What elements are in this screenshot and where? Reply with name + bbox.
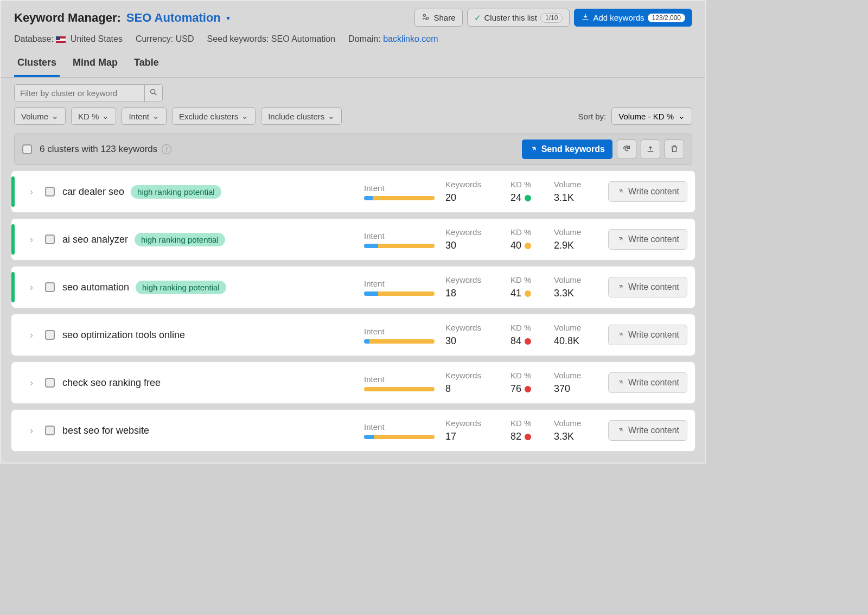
intent-filter[interactable]: Intent⌄ <box>122 107 167 125</box>
write-content-button[interactable]: Write content <box>608 325 687 345</box>
kd-dot-icon <box>525 290 531 297</box>
cluster-row: ›check seo ranking freeIntentKeywords8KD… <box>11 362 695 404</box>
tabs: Clusters Mind Map Table <box>1 52 705 78</box>
high-ranking-badge: high ranking potential <box>131 185 221 199</box>
cluster-label: Cluster this list <box>484 13 538 22</box>
export-button[interactable] <box>641 140 660 159</box>
volume-label: Volume <box>554 371 603 380</box>
expand-icon[interactable]: › <box>23 425 40 436</box>
kd-label: KD % <box>510 227 554 237</box>
intent-bar <box>364 387 435 391</box>
cluster-row: ›ai seo analyzerhigh ranking potentialIn… <box>11 218 695 261</box>
keywords-label: Keywords <box>445 275 510 284</box>
row-checkbox[interactable] <box>45 187 55 196</box>
row-checkbox[interactable] <box>45 330 55 340</box>
database-meta: Database: United States <box>14 34 123 44</box>
add-label: Add keywords <box>593 13 644 22</box>
us-flag-icon <box>56 36 66 43</box>
refresh-button[interactable] <box>617 140 636 159</box>
exclude-clusters-filter[interactable]: Exclude clusters⌄ <box>172 107 256 125</box>
cluster-row: ›seo optimization tools onlineIntentKeyw… <box>11 314 695 356</box>
domain-link[interactable]: backlinko.com <box>383 34 438 43</box>
kd-value: 82 <box>510 431 554 442</box>
select-all-checkbox[interactable] <box>22 144 32 154</box>
write-content-button[interactable]: Write content <box>608 181 687 202</box>
kd-filter[interactable]: KD %⌄ <box>71 107 116 125</box>
keywords-value: 17 <box>445 431 510 442</box>
kd-value: 41 <box>510 288 554 299</box>
row-checkbox[interactable] <box>45 378 55 388</box>
volume-value: 3.1K <box>554 192 603 204</box>
expand-icon[interactable]: › <box>23 234 40 245</box>
kd-dot-icon <box>525 434 531 440</box>
write-content-button[interactable]: Write content <box>608 229 687 250</box>
sort-select[interactable]: Volume - KD % ⌄ <box>611 107 692 125</box>
sort-label: Sort by: <box>578 112 607 121</box>
chevron-down-icon: ⌄ <box>52 111 59 121</box>
tab-table[interactable]: Table <box>131 52 162 77</box>
volume-label: Volume <box>554 323 603 332</box>
add-keywords-button[interactable]: Add keywords 123/2,000 <box>574 9 692 27</box>
keywords-label: Keywords <box>445 227 510 237</box>
intent-label: Intent <box>364 183 445 193</box>
chevron-down-icon: ⌄ <box>241 111 248 121</box>
intent-bar <box>364 339 435 344</box>
kd-label: KD % <box>510 371 554 380</box>
share-icon <box>422 12 430 23</box>
upload-icon <box>646 144 655 155</box>
volume-label: Volume <box>554 180 603 189</box>
keywords-label: Keywords <box>445 180 510 189</box>
trash-icon <box>670 144 679 155</box>
kd-dot-icon <box>525 338 531 345</box>
row-checkbox[interactable] <box>45 426 55 435</box>
intent-label: Intent <box>364 375 445 384</box>
filter-input[interactable] <box>14 84 144 102</box>
kd-dot-icon <box>525 386 531 392</box>
chevron-down-icon: ⌄ <box>678 111 685 121</box>
include-clusters-filter[interactable]: Include clusters⌄ <box>261 107 342 125</box>
page-title-name[interactable]: SEO Automation <box>126 11 221 25</box>
intent-bar <box>364 291 435 296</box>
kd-label: KD % <box>510 275 554 284</box>
delete-button[interactable] <box>665 140 684 159</box>
tab-mind-map[interactable]: Mind Map <box>69 52 121 77</box>
keywords-value: 30 <box>445 240 510 251</box>
cluster-list-button[interactable]: ✓ Cluster this list 1/10 <box>467 9 570 27</box>
cluster-row: ›seo automationhigh ranking potentialInt… <box>11 266 695 308</box>
expand-icon[interactable]: › <box>23 377 40 389</box>
share-button[interactable]: Share <box>414 9 462 27</box>
intent-label: Intent <box>364 422 445 432</box>
high-ranking-badge: high ranking potential <box>135 233 225 246</box>
write-content-button[interactable]: Write content <box>608 372 687 393</box>
kd-value: 76 <box>510 383 554 395</box>
kd-dot-icon <box>525 243 531 249</box>
write-content-button[interactable]: Write content <box>608 420 687 441</box>
svg-point-0 <box>424 14 426 16</box>
expand-icon[interactable]: › <box>23 329 40 341</box>
download-icon <box>581 12 590 23</box>
intent-label: Intent <box>364 279 445 288</box>
row-checkbox[interactable] <box>45 282 55 292</box>
write-content-button[interactable]: Write content <box>608 277 687 297</box>
keywords-value: 30 <box>445 335 510 347</box>
send-keywords-button[interactable]: Send keywords <box>522 140 612 159</box>
keywords-label: Keywords <box>445 419 510 428</box>
arrow-right-icon <box>616 377 625 388</box>
row-checkbox[interactable] <box>45 234 55 244</box>
search-button[interactable] <box>144 84 163 102</box>
info-icon[interactable]: i <box>162 144 171 154</box>
volume-filter[interactable]: Volume⌄ <box>14 107 66 125</box>
page-title-prefix: Keyword Manager: <box>14 11 121 25</box>
kd-label: KD % <box>510 323 554 332</box>
tab-clusters[interactable]: Clusters <box>14 52 60 77</box>
expand-icon[interactable]: › <box>23 282 40 293</box>
arrow-right-icon <box>616 282 625 293</box>
expand-icon[interactable]: › <box>23 186 40 198</box>
arrow-right-icon <box>529 144 538 155</box>
keywords-label: Keywords <box>445 371 510 380</box>
volume-value: 2.9K <box>554 240 603 251</box>
chevron-down-icon[interactable]: ▾ <box>226 14 230 22</box>
cluster-name: best seo for website <box>62 425 149 436</box>
arrow-right-icon <box>616 329 625 340</box>
kd-dot-icon <box>525 195 531 201</box>
